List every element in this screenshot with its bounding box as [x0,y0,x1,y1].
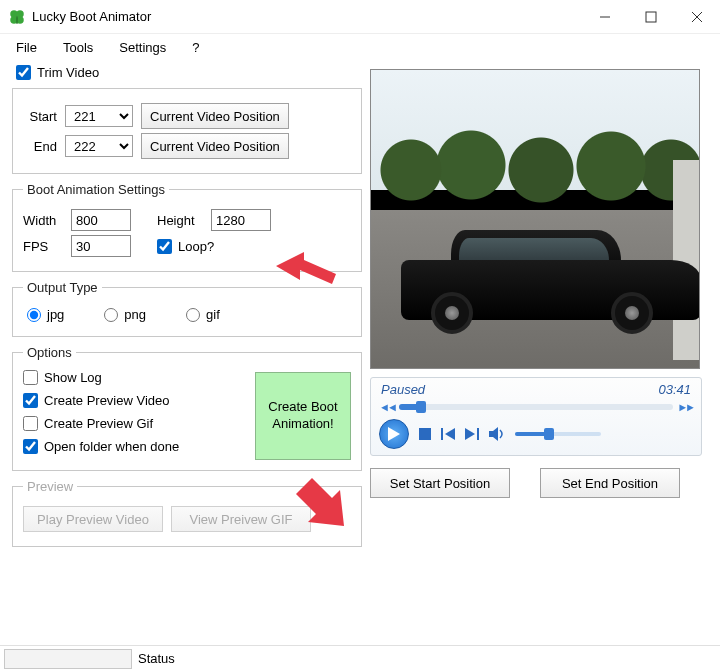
height-label: Height [157,213,203,228]
boot-animation-settings-group: Boot Animation Settings Width Height FPS… [12,182,362,272]
close-button[interactable] [674,2,720,32]
titlebar: Lucky Boot Animator [0,0,720,34]
svg-marker-13 [465,428,475,440]
menu-help[interactable]: ? [192,40,199,55]
width-input[interactable] [71,209,131,231]
statusbar: Status [0,645,720,671]
options-group: Options Show Log Create Preview Video Cr… [12,345,362,471]
end-current-pos-button[interactable]: Current Video Position [141,133,289,159]
svg-rect-10 [419,428,431,440]
loop-checkbox[interactable]: Loop? [157,239,214,254]
svg-marker-9 [388,427,400,441]
app-icon [8,8,26,26]
preview-group: Preview Play Preview Video View Preivew … [12,479,362,547]
svg-rect-11 [441,428,443,440]
options-legend: Options [23,345,76,360]
open-folder-checkbox[interactable]: Open folder when done [23,439,255,454]
end-label: End [23,139,57,154]
start-current-pos-button[interactable]: Current Video Position [141,103,289,129]
player-time: 03:41 [658,382,691,397]
svg-rect-6 [646,12,656,22]
output-png-radio[interactable]: png [104,307,146,322]
player-status: Paused [381,382,425,397]
show-log-checkbox[interactable]: Show Log [23,370,255,385]
trim-group: Start 221 Current Video Position End 222… [12,88,362,174]
window-title: Lucky Boot Animator [32,9,582,24]
bas-legend: Boot Animation Settings [23,182,169,197]
create-boot-animation-button[interactable]: Create Boot Animation! [255,372,351,460]
menu-file[interactable]: File [16,40,37,55]
volume-icon[interactable] [489,427,505,441]
svg-rect-14 [477,428,479,440]
volume-slider[interactable] [515,432,601,436]
maximize-button[interactable] [628,2,674,32]
menubar: File Tools Settings ? [0,34,720,63]
fps-label: FPS [23,239,63,254]
trim-video-check[interactable] [16,65,31,80]
loop-label: Loop? [178,239,214,254]
next-button[interactable] [465,428,479,440]
set-end-position-button[interactable]: Set End Position [540,468,680,498]
create-preview-video-checkbox[interactable]: Create Preview Video [23,393,255,408]
status-progress [4,649,132,669]
output-gif-radio[interactable]: gif [186,307,220,322]
media-player: Paused 03:41 ◄◄ ►► [370,377,702,456]
create-preview-gif-checkbox[interactable]: Create Preview Gif [23,416,255,431]
end-select[interactable]: 222 [65,135,133,157]
output-jpg-radio[interactable]: jpg [27,307,64,322]
status-label: Status [138,651,175,666]
preview-legend: Preview [23,479,77,494]
fastforward-icon[interactable]: ►► [677,401,693,413]
svg-marker-15 [489,427,498,441]
trim-video-label: Trim Video [37,65,99,80]
view-preview-gif-button[interactable]: View Preivew GIF [171,506,311,532]
set-start-position-button[interactable]: Set Start Position [370,468,510,498]
menu-settings[interactable]: Settings [119,40,166,55]
svg-marker-12 [445,428,455,440]
start-label: Start [23,109,57,124]
loop-check[interactable] [157,239,172,254]
minimize-button[interactable] [582,2,628,32]
svg-rect-4 [16,16,18,24]
rewind-icon[interactable]: ◄◄ [379,401,395,413]
height-input[interactable] [211,209,271,231]
start-select[interactable]: 221 [65,105,133,127]
play-button[interactable] [379,419,409,449]
output-type-group: Output Type jpg png gif [12,280,362,337]
output-legend: Output Type [23,280,102,295]
fps-input[interactable] [71,235,131,257]
menu-tools[interactable]: Tools [63,40,93,55]
video-preview[interactable] [370,69,700,369]
width-label: Width [23,213,63,228]
seek-bar[interactable] [399,404,673,410]
trim-video-checkbox[interactable]: Trim Video [16,65,362,80]
prev-button[interactable] [441,428,455,440]
play-preview-video-button[interactable]: Play Preview Video [23,506,163,532]
stop-button[interactable] [419,428,431,440]
